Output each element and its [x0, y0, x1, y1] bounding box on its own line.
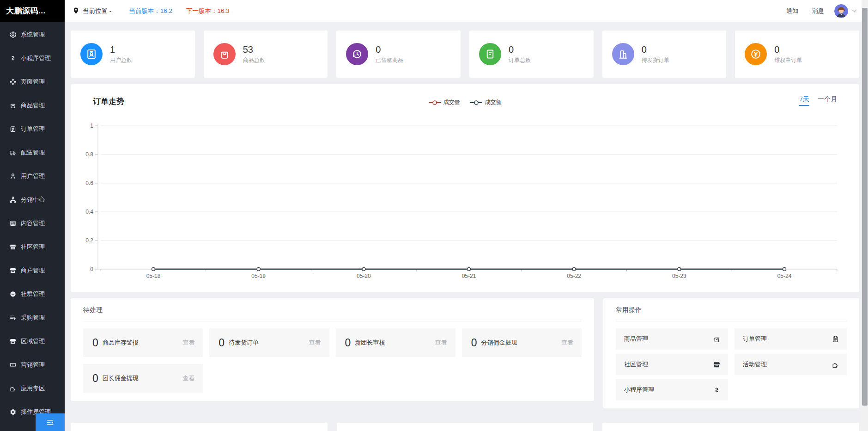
stat-card: 0待发货订单 — [602, 31, 727, 78]
sidebar-item[interactable]: 分销中心 — [0, 188, 65, 211]
legend-item[interactable]: 成交额 — [470, 99, 502, 106]
minus-circle-icon — [9, 290, 17, 298]
legend-label: 成交量 — [443, 99, 460, 106]
pending-count: 0 — [219, 337, 225, 349]
range-tab[interactable]: 7天 — [799, 95, 809, 106]
notice-link[interactable]: 通知 — [786, 7, 798, 15]
messages-link[interactable]: 消息 — [812, 7, 824, 15]
chevron-down-icon — [851, 7, 858, 14]
stat-label: 商品总数 — [243, 56, 265, 64]
sidebar-item[interactable]: 商品管理 — [0, 93, 65, 117]
svg-text:0.4: 0.4 — [85, 209, 93, 215]
sidebar-item-label: 配送管理 — [21, 148, 45, 157]
quick-op-item[interactable]: 商品管理 — [616, 328, 728, 350]
content-icon — [9, 220, 17, 227]
sidebar-item[interactable]: 应用专区 — [0, 376, 65, 400]
quick-op-label: 社区管理 — [624, 360, 648, 369]
avatar-image — [834, 4, 848, 18]
stat-icon-circle — [80, 43, 103, 65]
quick-op-item[interactable]: 订单管理 — [734, 328, 847, 350]
sidebar-item[interactable]: 社群管理 — [0, 282, 65, 306]
sidebar-item-label: 营销管理 — [21, 361, 45, 369]
view-link[interactable]: 查看 — [182, 339, 194, 347]
quick-ops-card: 常用操作 商品管理订单管理社区管理活动管理小程序管理 — [603, 298, 859, 408]
puzzle-icon — [9, 385, 17, 392]
legend-marker — [429, 100, 441, 105]
stat-value: 1 — [110, 44, 132, 55]
pending-count: 0 — [92, 372, 98, 385]
stat-value: 0 — [642, 44, 669, 55]
scrollbar-thumb[interactable] — [862, 8, 868, 406]
pending-item: 0新团长审核查看 — [336, 328, 455, 357]
quick-op-item[interactable]: 社区管理 — [616, 354, 728, 375]
collapse-sidebar-button[interactable] — [36, 413, 65, 431]
quick-op-label: 订单管理 — [743, 335, 767, 343]
sidebar-item[interactable]: 订单管理 — [0, 117, 65, 141]
view-link[interactable]: 查看 — [182, 374, 194, 382]
stat-card: 1用户总数 — [71, 31, 195, 78]
sidebar-item-label: 社群管理 — [21, 290, 45, 298]
sidebar-item-label: 商品管理 — [21, 101, 45, 110]
stat-label: 待发货订单 — [642, 56, 669, 64]
svg-text:05-24: 05-24 — [777, 273, 792, 279]
view-link[interactable]: 查看 — [309, 339, 321, 347]
breadcrumb: 当前位置 - — [72, 7, 111, 15]
store-icon — [9, 338, 17, 345]
chart-range-tabs: 7天一个月 — [791, 95, 837, 104]
sidebar-item[interactable]: 采购管理 — [0, 306, 65, 329]
pending-label: 分销佣金提现 — [481, 339, 517, 347]
clipboard-icon — [9, 125, 17, 133]
legend-item[interactable]: 成交量 — [429, 99, 460, 106]
sidebar-item[interactable]: 内容管理 — [0, 211, 65, 235]
sidebar-item-label: 采购管理 — [21, 314, 45, 322]
pending-label: 团长佣金提现 — [103, 374, 139, 382]
sidebar-nav: 系统管理小程序管理页面管理商品管理订单管理配送管理用户管理分销中心内容管理社区管… — [0, 22, 65, 424]
sidebar-item[interactable]: 小程序管理 — [0, 46, 65, 70]
bag-icon — [9, 102, 17, 109]
sidebar-item-label: 内容管理 — [21, 219, 45, 228]
sidebar-item[interactable]: 社区管理 — [0, 235, 65, 259]
sidebar-item[interactable]: 区域管理 — [0, 329, 65, 353]
gear-solid-icon — [9, 408, 17, 416]
stat-value: 0 — [774, 44, 802, 55]
sidebar: 大鹏源码... 系统管理小程序管理页面管理商品管理订单管理配送管理用户管理分销中… — [0, 0, 65, 431]
sidebar-item-label: 区域管理 — [21, 337, 45, 345]
quick-ops-title: 常用操作 — [603, 298, 859, 314]
range-tab[interactable]: 一个月 — [818, 95, 837, 105]
stat-value: 0 — [509, 44, 531, 55]
org-icon — [9, 196, 17, 203]
app-logo: 大鹏源码... — [0, 0, 65, 22]
stat-card: 0订单总数 — [469, 31, 594, 78]
product-rank-card: 商品销量排行 今日昨日最近7天最近30天 — [71, 423, 328, 431]
avatar[interactable] — [834, 4, 848, 18]
sidebar-item[interactable]: 页面管理 — [0, 70, 65, 93]
sidebar-item[interactable]: 商户管理 — [0, 259, 65, 282]
clipboard-icon — [832, 335, 839, 343]
sidebar-item-label: 社区管理 — [21, 243, 45, 251]
quick-op-item[interactable]: 小程序管理 — [616, 379, 728, 400]
pending-item: 0分销佣金提现查看 — [462, 328, 582, 357]
store-icon — [9, 267, 17, 274]
sidebar-item[interactable]: 用户管理 — [0, 164, 65, 188]
stat-icon-circle — [346, 43, 368, 65]
scrollbar-track[interactable] — [862, 0, 868, 431]
sidebar-item[interactable]: 营销管理 — [0, 353, 65, 376]
stat-card: 0维权中订单 — [735, 31, 859, 78]
svg-text:05-22: 05-22 — [567, 273, 581, 279]
stats-row: 1用户总数53商品总数0已售罄商品0订单总数0待发货订单0维权中订单 — [71, 31, 859, 78]
sidebar-item-label: 分销中心 — [21, 196, 45, 204]
view-link[interactable]: 查看 — [561, 339, 573, 347]
next-version: 下一版本：16.3 — [186, 7, 230, 15]
user-menu[interactable] — [834, 4, 858, 18]
stat-label: 用户总数 — [110, 56, 132, 64]
clock-history-icon — [351, 48, 363, 60]
sidebar-item[interactable]: 系统管理 — [0, 23, 65, 46]
quick-op-item[interactable]: 活动管理 — [734, 354, 847, 375]
divider — [616, 321, 847, 321]
view-link[interactable]: 查看 — [435, 339, 447, 347]
sidebar-item[interactable]: 配送管理 — [0, 141, 65, 164]
location-pin-icon — [72, 7, 80, 15]
next-version-value: 16.3 — [218, 7, 230, 14]
building-icon — [617, 48, 629, 60]
stat-icon-circle — [612, 43, 634, 65]
